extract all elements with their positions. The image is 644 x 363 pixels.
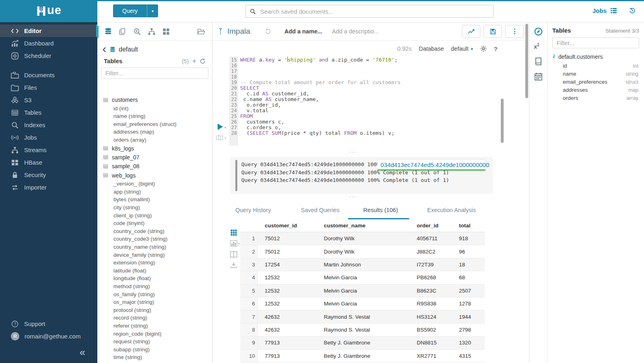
- query-description-field[interactable]: Add a descriptio...: [332, 28, 379, 35]
- assist-column[interactable]: id (int): [103, 104, 212, 112]
- help-icon[interactable]: ?: [494, 45, 498, 52]
- assist-column[interactable]: method (string): [103, 283, 212, 291]
- assist-column[interactable]: country_code3 (string): [103, 235, 212, 243]
- documents-source-icon[interactable]: [119, 28, 127, 35]
- assist-column[interactable]: protocol (string): [103, 306, 212, 314]
- table-row[interactable]: 1077913Betty J. GiambroneXR27714315: [240, 350, 485, 363]
- assist-filter[interactable]: [101, 68, 208, 79]
- more-actions-button[interactable]: [505, 25, 524, 38]
- assist-column[interactable]: bytes (smallint): [103, 196, 212, 204]
- sidebar-item-files[interactable]: Files: [0, 81, 97, 94]
- refresh-tables-icon[interactable]: [200, 58, 206, 64]
- assist-column[interactable]: client_ip (string): [103, 211, 212, 219]
- hue-logo[interactable]: ue: [0, 0, 97, 22]
- jobs-link[interactable]: Jobs: [593, 7, 607, 14]
- column-header-customer-name[interactable]: customer_name: [317, 223, 410, 229]
- tab-execution-analysis[interactable]: Execution Analysis: [427, 207, 476, 213]
- databases-source-icon[interactable]: [104, 28, 112, 35]
- main-scrollbar[interactable]: [525, 24, 528, 98]
- column-header-customer-id[interactable]: customer_id: [258, 223, 317, 229]
- assist-column[interactable]: os_major (string): [103, 298, 212, 306]
- folder-open-icon[interactable]: [197, 28, 205, 35]
- results-columns-icon[interactable]: [230, 251, 237, 258]
- assist-column[interactable]: record (string): [103, 314, 212, 322]
- assist-table-customers[interactable]: customers: [103, 95, 212, 104]
- add-table-icon[interactable]: +: [192, 58, 196, 64]
- search-input[interactable]: [259, 8, 489, 15]
- table-row[interactable]: 317254Martin JohnsonI72T3918: [240, 258, 485, 271]
- table-row[interactable]: 175012Dorothy Wilk4056711918: [240, 232, 485, 245]
- results-chart-icon[interactable]: [230, 240, 237, 247]
- sidebar-item-importer[interactable]: Importer: [0, 181, 97, 194]
- assist-column[interactable]: extension (string): [103, 259, 212, 267]
- sidebar-item-editor[interactable]: Editor: [0, 25, 97, 37]
- sidebar-item-user[interactable]: R romain@gethue.com: [0, 330, 97, 342]
- assist-column[interactable]: addresses (map): [103, 128, 212, 136]
- schedule-icon[interactable]: [534, 72, 543, 81]
- tab-query-history[interactable]: Query History: [235, 207, 271, 213]
- right-filter-input[interactable]: [556, 39, 636, 47]
- language-reference-icon[interactable]: [534, 57, 543, 66]
- table-row[interactable]: 275012Dorothy WilkJ882C296: [240, 245, 485, 258]
- assist-column[interactable]: orders (array): [103, 136, 212, 144]
- assist-column[interactable]: code (tinyint): [103, 219, 212, 227]
- results-grid-icon[interactable]: [230, 229, 237, 236]
- query-id-link[interactable]: 034d413ec7474ed5:4249de1000000000: [377, 159, 486, 171]
- sidebar-item-support[interactable]: ? Support: [0, 318, 97, 330]
- results-resize-handle[interactable]: ···: [212, 195, 493, 198]
- assist-column[interactable]: device_family (string): [103, 251, 212, 259]
- query-history-icon[interactable]: [629, 7, 636, 14]
- table-row[interactable]: 412532Melvin GarciaPB626868: [240, 271, 485, 284]
- presentation-options-caret-icon[interactable]: ▾: [224, 136, 226, 140]
- query-dropdown-caret-icon[interactable]: ▾: [147, 4, 158, 17]
- execute-query-button[interactable]: [218, 124, 223, 130]
- sidebar-item-indexes[interactable]: Indexes: [0, 119, 97, 131]
- table-row[interactable]: 842632Raymond S. VestalBS59022798: [240, 324, 485, 336]
- assist-column[interactable]: country_code (string): [103, 227, 212, 235]
- back-chevron-icon[interactable]: [102, 47, 107, 52]
- assist-column[interactable]: longitude (float): [103, 274, 212, 283]
- right-column-orders[interactable]: ordersarray: [552, 94, 639, 102]
- tab-results-106[interactable]: Results (106): [363, 207, 398, 213]
- assist-column[interactable]: subapp (string): [103, 345, 212, 353]
- assist-column[interactable]: email_preferences (struct): [103, 120, 212, 128]
- tab-saved-queries[interactable]: Saved Queries: [301, 207, 339, 213]
- log-resize-handle[interactable]: ···: [212, 150, 493, 153]
- breadcrumb-database-name[interactable]: default: [119, 46, 138, 53]
- sitemap-source-icon[interactable]: [148, 28, 156, 35]
- assist-column[interactable]: url (string): [103, 361, 212, 363]
- log-scrollbar[interactable]: [235, 160, 237, 191]
- assist-column[interactable]: region_code (bigint): [103, 330, 212, 338]
- sidebar-item-scheduler[interactable]: Scheduler: [0, 50, 97, 62]
- apps-grid-icon[interactable]: [162, 28, 170, 35]
- editor-scrollbar[interactable]: [501, 99, 504, 143]
- database-dropdown[interactable]: default ▾: [451, 45, 473, 52]
- editor-assistant-icon[interactable]: [534, 27, 543, 36]
- assist-table-k8s-logs[interactable]: k8s_logs: [103, 144, 212, 153]
- zoom-search-icon[interactable]: [133, 28, 141, 35]
- right-column-name[interactable]: namestring: [552, 70, 639, 78]
- table-row[interactable]: 742632Raymond S. VestalHS31241944: [240, 310, 485, 323]
- assist-column[interactable]: app (string): [103, 188, 212, 196]
- execute-options-caret-icon[interactable]: ▾: [224, 126, 226, 130]
- right-column-id[interactable]: idint: [552, 62, 639, 70]
- sidebar-item-s3[interactable]: S3: [0, 94, 97, 106]
- assist-column[interactable]: request (string): [103, 338, 212, 346]
- presentation-mode-icon[interactable]: [216, 135, 223, 141]
- sidebar-item-documents[interactable]: Documents: [0, 69, 97, 81]
- table-row[interactable]: 512532Melvin GarciaB8623C2507: [240, 285, 485, 297]
- table-row[interactable]: 612532Melvin GarciaR9S8381278: [240, 297, 485, 310]
- active-table-row[interactable]: i default.customers: [553, 54, 639, 60]
- save-button[interactable]: [484, 25, 502, 38]
- engine-selector[interactable]: Impala: [218, 27, 250, 36]
- assist-filter-input[interactable]: [105, 70, 205, 77]
- assist-table-web-logs[interactable]: web_logs: [103, 171, 212, 180]
- assist-column[interactable]: name (string): [103, 112, 212, 120]
- assist-column[interactable]: latitude (float): [103, 266, 212, 274]
- column-header-total[interactable]: total: [453, 223, 485, 229]
- functions-icon[interactable]: x2: [534, 43, 539, 50]
- table-row[interactable]: 977913Betty J. GiambroneDN88151320: [240, 336, 485, 349]
- undo-history-icon[interactable]: [265, 28, 271, 35]
- assist-column[interactable]: time (string): [103, 353, 212, 361]
- sidebar-item-jobs[interactable]: Jobs: [0, 131, 97, 144]
